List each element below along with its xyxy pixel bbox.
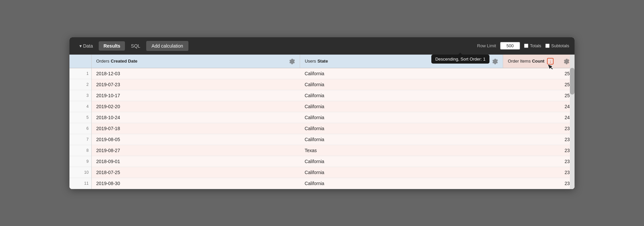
table-row: 102018-07-25California23: [69, 167, 575, 178]
date-cell: 2019-10-17: [91, 90, 300, 101]
state-cell: California: [300, 101, 503, 112]
count-cell: 23: [503, 167, 575, 178]
totals-label: Totals: [530, 43, 541, 48]
users-state-settings-icon[interactable]: [492, 58, 498, 64]
totals-checkbox-label[interactable]: Totals: [524, 43, 541, 48]
sql-tab-button[interactable]: SQL: [126, 41, 145, 51]
count-cell: 25: [503, 90, 575, 101]
subtotals-label: Subtotals: [551, 43, 569, 48]
table-row: 82019-08-27Texas23: [69, 145, 575, 156]
scrollbar-track[interactable]: [570, 55, 575, 189]
row-number-cell: 4: [69, 101, 91, 112]
row-number-cell: 6: [69, 123, 91, 134]
orders-label: Orders: [96, 59, 110, 64]
date-cell: 2019-07-18: [91, 123, 300, 134]
count-cell: 23: [503, 134, 575, 145]
orders-created-date-header[interactable]: Orders Created Date: [91, 55, 300, 68]
state-label: State: [317, 59, 328, 64]
cursor-icon: [547, 64, 553, 71]
table-container: Orders Created Date Users State: [69, 55, 575, 189]
count-cell: 23: [503, 156, 575, 167]
state-cell: California: [300, 167, 503, 178]
row-number-cell: 9: [69, 156, 91, 167]
table-row: 12018-12-03California25: [69, 68, 575, 79]
state-cell: California: [300, 90, 503, 101]
row-num-header: [69, 55, 91, 68]
table-row: 72019-08-05California23: [69, 134, 575, 145]
orders-date-settings-icon[interactable]: [289, 58, 295, 64]
count-cell: 25: [503, 68, 575, 79]
row-number-cell: 10: [69, 167, 91, 178]
date-cell: 2018-09-01: [91, 156, 300, 167]
add-calculation-button[interactable]: Add calculation: [146, 41, 188, 51]
count-label: Count: [532, 59, 545, 64]
table-header-row: Orders Created Date Users State: [69, 55, 575, 68]
date-cell: 2019-07-23: [91, 79, 300, 90]
row-number-cell: 11: [69, 178, 91, 189]
created-date-label: Created Date: [111, 59, 137, 64]
table-row: 92018-09-01California23: [69, 156, 575, 167]
state-cell: California: [300, 134, 503, 145]
count-cell: 23: [503, 178, 575, 189]
data-tab-button[interactable]: ▾ Data: [75, 41, 97, 51]
date-cell: 2018-12-03: [91, 68, 300, 79]
subtotals-checkbox-label[interactable]: Subtotals: [545, 43, 569, 48]
row-number-cell: 7: [69, 134, 91, 145]
date-cell: 2019-08-05: [91, 134, 300, 145]
table-row: 62019-07-18California23: [69, 123, 575, 134]
date-cell: 2018-10-24: [91, 112, 300, 123]
count-cell: 24: [503, 112, 575, 123]
state-cell: Texas: [300, 145, 503, 156]
state-cell: California: [300, 68, 503, 79]
users-label: Users: [305, 59, 316, 64]
order-items-count-header[interactable]: Order Items Count ↓: [503, 55, 575, 68]
results-table: Orders Created Date Users State: [69, 55, 575, 189]
count-cell: 23: [503, 123, 575, 134]
state-cell: California: [300, 178, 503, 189]
date-cell: 2018-07-25: [91, 167, 300, 178]
count-cell: 24: [503, 101, 575, 112]
state-cell: California: [300, 79, 503, 90]
state-cell: California: [300, 112, 503, 123]
totals-checkbox[interactable]: [524, 44, 528, 48]
date-cell: 2019-02-20: [91, 101, 300, 112]
order-items-label: Order Items: [508, 59, 531, 64]
date-cell: 2019-08-27: [91, 145, 300, 156]
toolbar-right: Row Limit Totals Subtotals Descending, S…: [477, 42, 569, 50]
row-number-cell: 3: [69, 90, 91, 101]
sort-descending-icon[interactable]: ↓: [547, 58, 554, 65]
date-cell: 2019-08-30: [91, 178, 300, 189]
row-limit-input[interactable]: [500, 42, 520, 50]
table-row: 52018-10-24California24: [69, 112, 575, 123]
table-body: 12018-12-03California2522019-07-23Califo…: [69, 68, 575, 189]
row-number-cell: 2: [69, 79, 91, 90]
table-row: 22019-07-23California25: [69, 79, 575, 90]
toolbar: ▾ Data Results SQL Add calculation Row L…: [69, 37, 575, 55]
row-number-cell: 5: [69, 112, 91, 123]
count-settings-icon[interactable]: [564, 58, 570, 64]
users-state-header[interactable]: Users State: [300, 55, 503, 68]
scrollbar-thumb[interactable]: [570, 68, 575, 95]
table-row: 32019-10-17California25: [69, 90, 575, 101]
count-cell: 23: [503, 145, 575, 156]
state-cell: California: [300, 156, 503, 167]
subtotals-checkbox[interactable]: [545, 44, 550, 48]
table-row: 42019-02-20California24: [69, 101, 575, 112]
row-number-cell: 8: [69, 145, 91, 156]
table-row: 112019-08-30California23: [69, 178, 575, 189]
row-limit-label: Row Limit: [477, 43, 496, 48]
main-window: ▾ Data Results SQL Add calculation Row L…: [69, 37, 575, 189]
results-tab-button[interactable]: Results: [99, 41, 125, 51]
state-cell: California: [300, 123, 503, 134]
count-cell: 25: [503, 79, 575, 90]
row-number-cell: 1: [69, 68, 91, 79]
